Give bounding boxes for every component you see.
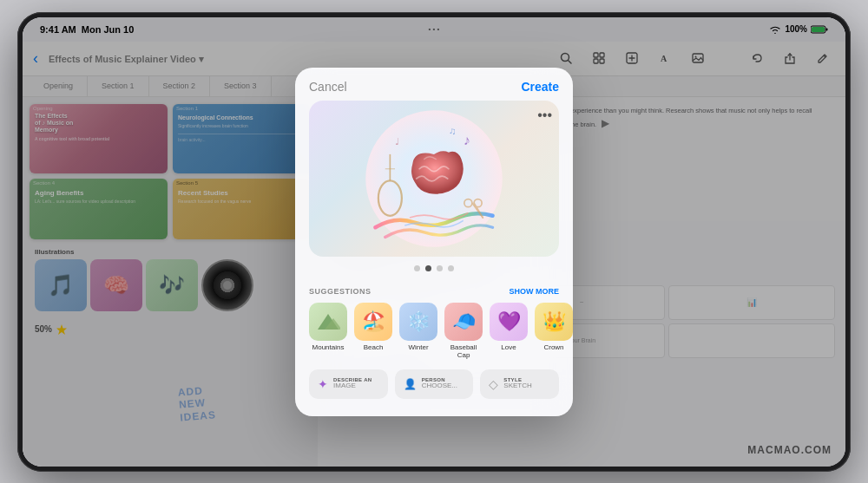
suggestion-love-label: Love <box>501 343 516 351</box>
pagination-dot-1[interactable] <box>414 265 420 271</box>
suggestion-beach-label: Beach <box>364 343 384 351</box>
brain-image: ♪ ♫ ♩ <box>309 101 559 257</box>
ipad-frame: 9:41 AM Mon Jun 10 • • • 100% <box>17 12 851 472</box>
suggestion-crown-label: Crown <box>543 343 563 351</box>
person-choose-button[interactable]: 👤 PERSON CHOOSE... <box>395 369 474 399</box>
style-icon: ◇ <box>489 377 498 391</box>
suggestion-crown[interactable]: 👑 Crown <box>535 303 573 359</box>
suggestion-winter[interactable]: ❄️ Winter <box>399 303 437 359</box>
style-sketch-button[interactable]: ◇ STYLE SKETCH <box>480 369 559 399</box>
suggestion-inputs: ✦ DESCRIBE AN IMAGE 👤 PERSON CHOOSE. <box>309 369 559 399</box>
more-options-button[interactable]: ••• <box>537 108 552 123</box>
svg-text:♫: ♫ <box>449 126 456 136</box>
modal-image-area: ••• <box>309 101 559 257</box>
person-choose-text: PERSON CHOOSE... <box>422 377 457 390</box>
pagination-dot-2[interactable] <box>425 265 431 271</box>
create-button[interactable]: Create <box>521 80 559 94</box>
style-sketch-text: STYLE SKETCH <box>503 377 531 390</box>
svg-text:♩: ♩ <box>395 135 399 146</box>
modal-pagination <box>295 257 573 280</box>
describe-image-button[interactable]: ✦ DESCRIBE AN IMAGE <box>309 369 388 399</box>
suggestions-title: SUGGESTIONS <box>309 287 372 296</box>
image-generation-modal: Cancel Create ••• <box>295 68 573 416</box>
suggestion-mountains-label: Mountains <box>312 343 345 351</box>
sparkle-icon: ✦ <box>318 377 328 391</box>
modal-overlay: Cancel Create ••• <box>23 17 845 467</box>
suggestion-baseball-cap[interactable]: 🧢 Baseball Cap <box>444 303 483 359</box>
describe-image-text: DESCRIBE AN IMAGE <box>333 377 372 390</box>
person-icon: 👤 <box>404 378 417 390</box>
svg-text:♪: ♪ <box>464 132 470 147</box>
show-more-button[interactable]: SHOW MORE <box>510 287 560 296</box>
suggestions-icons: Mountains 🏖️ Beach ❄️ <box>309 303 559 359</box>
pagination-dot-3[interactable] <box>437 265 443 271</box>
watermark: MACMAO.COM <box>747 444 832 456</box>
suggestion-love[interactable]: 💜 Love <box>490 303 528 359</box>
suggestion-beach[interactable]: 🏖️ Beach <box>354 303 392 359</box>
modal-header: Cancel Create <box>295 68 573 101</box>
suggestion-baseball-cap-label: Baseball Cap <box>444 343 483 359</box>
cancel-button[interactable]: Cancel <box>309 80 347 94</box>
suggestions-section: SUGGESTIONS SHOW MORE Mountains <box>295 280 573 416</box>
suggestion-mountains[interactable]: Mountains <box>309 303 347 359</box>
pagination-dot-4[interactable] <box>448 265 454 271</box>
ipad-screen: 9:41 AM Mon Jun 10 • • • 100% <box>23 17 845 467</box>
suggestions-header: SUGGESTIONS SHOW MORE <box>309 287 559 296</box>
suggestion-winter-label: Winter <box>408 343 428 351</box>
